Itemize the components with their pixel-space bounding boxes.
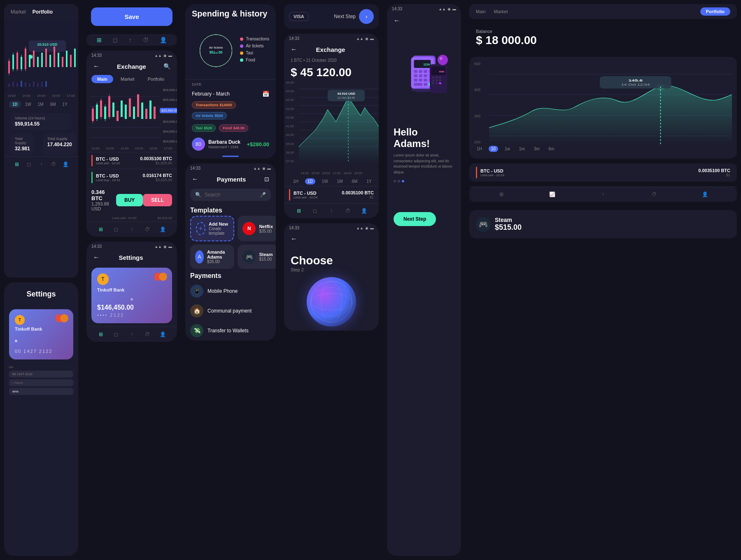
portfolio-3m[interactable]: 3m xyxy=(531,146,542,152)
legend-dot-transactions xyxy=(240,37,243,41)
status-bar-exchange: 14:33 ▲▲ ◉ ▬ xyxy=(86,51,177,60)
tab-6m[interactable]: 6M xyxy=(48,101,58,108)
nav-history-exchange[interactable]: ⏱ xyxy=(143,225,151,233)
save-button[interactable]: Save xyxy=(91,7,172,26)
nav-icon-transfer[interactable]: ↑ xyxy=(37,160,45,168)
back-arrow-choose[interactable]: ← xyxy=(291,235,297,243)
svg-rect-21 xyxy=(58,53,59,67)
card-name-value-field[interactable]: ams xyxy=(9,388,73,395)
svg-point-69 xyxy=(214,49,218,52)
sell-price: 0.0035100 BTC $1,525.00 xyxy=(140,156,172,165)
nav-transfer-settings[interactable]: ↑ xyxy=(128,330,136,338)
wifi-b: ◉ xyxy=(365,37,368,41)
sell-button[interactable]: SELL xyxy=(143,194,172,206)
template-netflix[interactable]: N Netflix $35.00 xyxy=(238,216,276,241)
template-steam[interactable]: 🎮 Steam $15.00 xyxy=(238,245,276,269)
trans-sub: Mastercard • 1546 xyxy=(208,145,247,149)
tab-1y[interactable]: 1Y xyxy=(60,101,70,108)
search-bar[interactable]: 🔍 Search 🎤 xyxy=(190,189,271,201)
payment-communal[interactable]: 🏠 Communal payment xyxy=(185,301,276,321)
nav-transfer-big[interactable]: ↑ xyxy=(327,207,336,215)
next-step-area: Next Step › xyxy=(334,9,374,24)
nav-chart-settings[interactable]: ◻ xyxy=(112,330,120,338)
nav-portfolio-right[interactable]: Portfolio xyxy=(700,7,730,16)
tab-1d[interactable]: 1D xyxy=(9,101,21,108)
nav-market-right[interactable]: Market xyxy=(494,9,508,14)
back-arrow-big[interactable]: ← xyxy=(291,46,297,53)
nav-icon-history[interactable]: ⏱ xyxy=(49,160,58,168)
search-icon-exchange[interactable]: 🔍 xyxy=(163,63,170,70)
nav-chart-portfolio[interactable]: 📈 xyxy=(548,190,556,198)
portfolio-10[interactable]: 10 xyxy=(489,146,498,152)
time-1w[interactable]: 1W xyxy=(319,178,331,184)
nav-portfolio[interactable]: Portfolio xyxy=(33,9,53,15)
portfolio-1w[interactable]: 1w xyxy=(502,146,513,152)
portfolio-6m[interactable]: 6m xyxy=(546,146,557,152)
nav-icon-chart[interactable]: ◻ xyxy=(25,160,33,168)
expand-icon-payments[interactable]: ⊡ xyxy=(264,176,269,182)
big-sell-price: 0.0035100 BTC $1 xyxy=(342,190,374,199)
next-step-button[interactable]: › xyxy=(359,9,374,24)
calendar-icon[interactable]: 📅 xyxy=(262,91,269,97)
back-arrow-exchange[interactable]: ← xyxy=(93,63,100,70)
quick-nav-user[interactable]: 👤 xyxy=(160,37,167,43)
svg-rect-94 xyxy=(424,70,427,73)
time-6m[interactable]: 6M xyxy=(350,178,360,184)
back-arrow-settings[interactable]: ← xyxy=(93,254,100,261)
nav-home-portfolio[interactable]: ⊞ xyxy=(497,190,506,198)
svg-rect-114 xyxy=(432,79,435,81)
nav-history-portfolio[interactable]: ⏱ xyxy=(650,190,658,198)
card-number-field[interactable]: 00 1427 2122 xyxy=(9,371,73,378)
time-1d[interactable]: 1D xyxy=(305,178,315,184)
svg-point-122 xyxy=(440,57,443,60)
time-1y[interactable]: 1Y xyxy=(364,178,374,184)
card-name-field[interactable]: r Name xyxy=(9,379,73,386)
hello-section: Hello Adams! Lorem ipsum dolor sit amet,… xyxy=(387,118,461,201)
nav-main-right[interactable]: Main xyxy=(476,9,486,14)
time-1m[interactable]: 1M xyxy=(335,178,345,184)
back-arrow-payments[interactable]: ← xyxy=(192,175,198,183)
portfolio-1h[interactable]: 1H xyxy=(474,146,485,152)
nav-transfer-portfolio[interactable]: ↑ xyxy=(599,190,607,198)
nav-profile-exchange[interactable]: 👤 xyxy=(158,225,167,233)
quick-nav-home[interactable]: ⊞ xyxy=(97,37,102,43)
nav-home-big[interactable]: ⊞ xyxy=(295,207,303,215)
nav-market[interactable]: Market xyxy=(11,9,26,15)
nav-chart-big[interactable]: ◻ xyxy=(311,207,319,215)
next-step-btn[interactable]: Next Step xyxy=(394,212,436,226)
nav-chart-exchange[interactable]: ◻ xyxy=(112,225,120,233)
template-amanda[interactable]: A Amanda Adams $35.00 xyxy=(190,245,234,269)
column-3: Spending & history Air tickets $520.00 xyxy=(181,0,280,560)
nav-home-exchange[interactable]: ⊞ xyxy=(97,225,105,233)
nav-icon-grid[interactable]: ⊞ xyxy=(13,160,21,168)
payment-mobile[interactable]: 📱 Mobile Phone xyxy=(185,281,276,301)
tab-market-exchange[interactable]: Market xyxy=(115,75,140,83)
search-placeholder[interactable]: Search xyxy=(205,192,256,198)
quick-nav-clock[interactable]: ⏱ xyxy=(143,37,149,43)
template-add-new[interactable]: + Add New Create template xyxy=(190,216,234,241)
buy-indicator xyxy=(91,172,93,183)
portfolio-1m[interactable]: 1m xyxy=(517,146,527,152)
svg-rect-98 xyxy=(424,75,427,77)
time-1h[interactable]: 1H xyxy=(291,178,301,184)
tab-1w[interactable]: 1W xyxy=(23,101,34,108)
quick-nav-chart[interactable]: ◻ xyxy=(113,37,118,43)
payment-transfer[interactable]: 💸 Transfer to Wallets xyxy=(185,321,276,341)
buy-button[interactable]: BUY xyxy=(116,194,143,206)
tab-1m[interactable]: 1M xyxy=(35,101,46,108)
svg-rect-56 xyxy=(129,98,131,117)
nav-history-big[interactable]: ⏱ xyxy=(344,207,352,215)
big-sell-info: BTC - USD Limit sell - 10:24 xyxy=(294,191,342,199)
mic-icon[interactable]: 🎤 xyxy=(260,192,266,198)
nav-icon-profile[interactable]: 👤 xyxy=(61,160,70,168)
tab-main-exchange[interactable]: Main xyxy=(91,75,113,83)
nav-transfer-exchange[interactable]: ↑ xyxy=(128,225,136,233)
nav-profile-settings[interactable]: 👤 xyxy=(158,330,167,338)
tab-portfolio-exchange[interactable]: Portfolio xyxy=(142,75,170,83)
nav-profile-big[interactable]: 👤 xyxy=(360,207,368,215)
nav-profile-portfolio[interactable]: 👤 xyxy=(701,190,709,198)
nav-home-settings[interactable]: ⊞ xyxy=(97,330,105,338)
nav-history-settings[interactable]: ⏱ xyxy=(143,330,151,338)
back-arrow-calc[interactable]: ← xyxy=(394,17,400,24)
quick-nav-up[interactable]: ↑ xyxy=(129,37,132,43)
